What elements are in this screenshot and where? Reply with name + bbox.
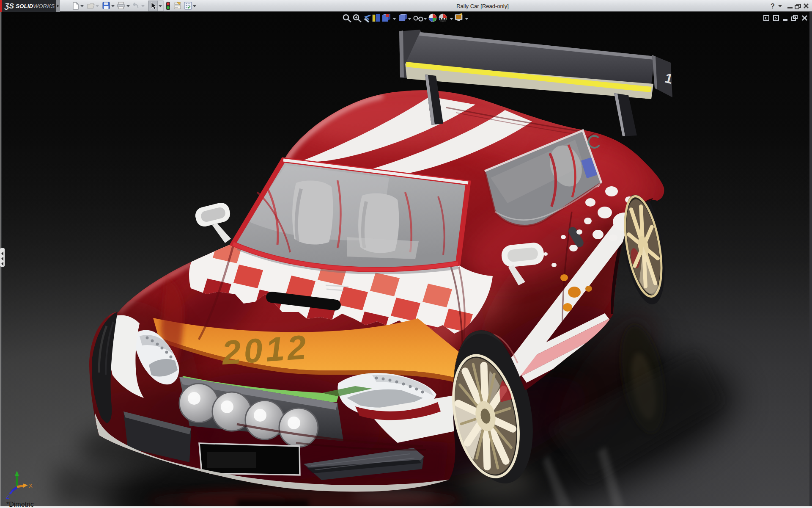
svg-text:X: X (29, 483, 33, 489)
svg-text:Rally Car [Read-only]: Rally Car [Read-only] (456, 3, 509, 9)
svg-text:?: ? (771, 3, 775, 10)
svg-text:*Dimetric: *Dimetric (6, 501, 34, 508)
svg-text:Z: Z (6, 494, 9, 500)
svg-text:ƷS: ƷS (4, 2, 14, 10)
svg-text:SOLIDWORKS: SOLIDWORKS (16, 3, 55, 9)
svg-text:2012: 2012 (220, 328, 310, 372)
